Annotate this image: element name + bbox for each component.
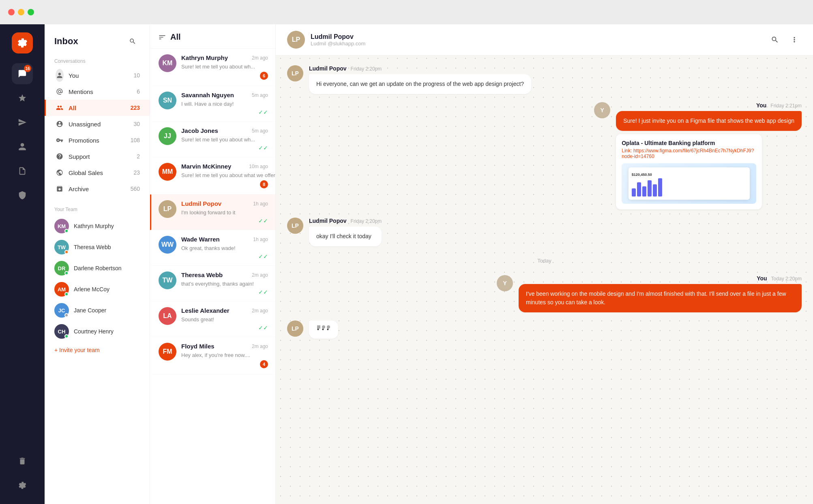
link-preview-title: Oplata - Ultimate Banking platform	[622, 140, 756, 146]
conversation-item[interactable]: MM Marvin McKinney 10m ago Sure! let me …	[150, 157, 275, 194]
traffic-light-yellow[interactable]	[18, 9, 24, 15]
conversation-item-active[interactable]: LP Ludmil Popov 1h ago I'm looking forwa…	[150, 194, 275, 230]
msg-content: Ludmil Popov Friday 2:20pm okay I'll che…	[309, 218, 382, 246]
conv-content: Marvin McKinney 10m ago Sure! let me tel…	[181, 163, 268, 188]
team-member-theresa[interactable]: TW Theresa Webb	[45, 237, 150, 258]
nav-item-documents[interactable]	[12, 160, 33, 182]
online-dot	[64, 250, 69, 254]
nav-item-settings[interactable]	[12, 475, 33, 496]
team-member-kathryn[interactable]: KM Kathryn Murphy	[45, 216, 150, 237]
conv-avatar: JJ	[159, 127, 176, 145]
conv-avatar: TW	[159, 271, 176, 289]
conv-content: Jacob Jones 5m ago Sure! let me tell you…	[181, 127, 268, 151]
globe-icon	[56, 169, 64, 177]
traffic-light-green[interactable]	[28, 9, 34, 15]
conv-preview: I'm looking forward to it	[181, 209, 235, 216]
conversation-item[interactable]: SN Savannah Nguyen 5m ago I will. Have a…	[150, 86, 275, 122]
conv-bottom: ✓✓	[181, 218, 268, 224]
msg-meta: You Today 2:20pm	[519, 275, 802, 282]
support-icon	[56, 152, 64, 160]
read-icon: ✓✓	[258, 109, 268, 115]
link-url[interactable]: https://www.figma.com/file/67jcRh4BnEc7h…	[622, 148, 754, 159]
msg-content: You Friday 2:21pm Sure! I just invite yo…	[616, 102, 802, 209]
conv-top: Kathryn Murphy 2m ago	[181, 54, 268, 61]
conv-content: Floyd Miles 2m ago Hey alex, if you're f…	[181, 343, 268, 368]
conversation-item[interactable]: TW Theresa Webb 2m ago that's everything…	[150, 266, 275, 301]
message-group-me: You Today 2:20pm I've been working on th…	[287, 275, 802, 312]
conversation-item[interactable]: JJ Jacob Jones 5m ago Sure! let me tell …	[150, 122, 275, 157]
conversation-item[interactable]: WW Wade Warren 1h ago Ok great, thanks w…	[150, 230, 275, 266]
sidebar-item-you[interactable]: You 10	[45, 67, 150, 83]
conv-name: Savannah Nguyen	[181, 92, 234, 98]
nav-item-alerts[interactable]	[12, 185, 33, 206]
conv-content: Theresa Webb 2m ago that's everything, t…	[181, 271, 268, 295]
conversation-item[interactable]: LA Leslie Alexander 2m ago Sounds great!…	[150, 301, 275, 337]
team-member-courtney[interactable]: CH Courtney Henry	[45, 321, 150, 342]
user-icon	[18, 142, 27, 151]
chat-more-button[interactable]	[787, 32, 802, 47]
team-member-name: Kathryn Murphy	[74, 223, 114, 229]
conv-avatar: WW	[159, 236, 176, 254]
msg-time: Friday 2:20pm	[351, 218, 382, 224]
conv-bottom: 8	[181, 180, 268, 188]
filter-icon[interactable]	[158, 33, 166, 41]
unread-badge: 4	[260, 360, 268, 368]
team-label: Your Team	[45, 203, 150, 216]
msg-bubble: Sure! I just invite you on a Figma file …	[616, 111, 802, 131]
nav-item-send[interactable]	[12, 112, 33, 133]
chat-header-info: Ludmil Popov Ludmil @slukhapp.com	[311, 33, 762, 47]
chat-search-button[interactable]	[768, 32, 782, 47]
titlebar	[0, 0, 813, 24]
nav-item-starred[interactable]	[12, 88, 33, 109]
conversation-item[interactable]: KM Kathryn Murphy 2m ago Sure! let me te…	[150, 49, 275, 86]
nav-item-trash[interactable]	[12, 451, 33, 472]
team-member-darlene[interactable]: DR Darlene Robertson	[45, 258, 150, 279]
conversation-item[interactable]: FM Floyd Miles 2m ago Hey alex, if you'r…	[150, 337, 275, 374]
inbox-panel: Inbox Conversations You 10 Mentions	[45, 24, 150, 504]
sidebar-item-mentions[interactable]: Mentions 6	[45, 83, 150, 100]
sidebar-item-count-support: 2	[137, 153, 140, 160]
link-label: Link:	[622, 148, 632, 154]
team-member-name: Courtney Henry	[74, 328, 114, 335]
message-group-me: You Friday 2:21pm Sure! I just invite yo…	[287, 102, 802, 209]
invite-team-link[interactable]: + Invite your team	[45, 342, 150, 358]
sidebar-item-all[interactable]: All 223	[45, 100, 150, 116]
message-group-typing: LP • • •	[287, 320, 802, 339]
msg-content: You Today 2:20pm I've been working on th…	[519, 275, 802, 312]
nav-logo[interactable]	[12, 32, 33, 53]
conv-bottom: ✓✓	[181, 109, 268, 115]
nav-item-messages[interactable]: 16	[12, 63, 33, 84]
team-member-jane[interactable]: JC Jane Cooper	[45, 300, 150, 321]
sidebar-item-archive[interactable]: Archive 560	[45, 181, 150, 197]
nav-item-contacts[interactable]	[12, 136, 33, 157]
invite-label: + Invite your team	[54, 347, 100, 353]
chart-bar	[658, 178, 662, 196]
chart-bar	[648, 180, 652, 196]
chat-header-actions	[768, 32, 802, 47]
conv-time: 2m ago	[252, 272, 268, 278]
sidebar-item-support[interactable]: Support 2	[45, 148, 150, 164]
sidebar-item-promotions[interactable]: Promotions 108	[45, 132, 150, 148]
msg-meta: You Friday 2:21pm	[616, 102, 802, 109]
team-member-arlene[interactable]: AM Arlene McCoy	[45, 279, 150, 300]
chart-bar	[653, 184, 657, 196]
group-icon	[56, 104, 64, 112]
conv-preview: Sure! let me tell you about wh...	[181, 64, 255, 70]
sidebar-item-unassigned[interactable]: Unassigned 30	[45, 116, 150, 132]
team-member-name: Darlene Robertson	[74, 265, 122, 271]
chat-header: LP Ludmil Popov Ludmil @slukhapp.com	[276, 24, 813, 56]
conv-time: 1h ago	[253, 201, 268, 207]
conv-name: Jacob Jones	[181, 127, 218, 134]
traffic-light-red[interactable]	[8, 9, 15, 15]
avatar-wrap: CH	[54, 324, 69, 339]
link-preview: Oplata - Ultimate Banking platform Link:…	[616, 134, 762, 209]
avatar-wrap: TW	[54, 240, 69, 254]
inbox-search-button[interactable]	[125, 34, 140, 49]
read-icon: ✓✓	[258, 289, 268, 295]
msg-bubble: I've been working on the mobile design a…	[519, 284, 802, 312]
sidebar-item-global-sales[interactable]: Global Sales 23	[45, 164, 150, 181]
msg-meta: Ludmil Popov Friday 2:20pm	[309, 218, 382, 224]
conv-top: Ludmil Popov 1h ago	[181, 200, 268, 207]
msg-bubble: okay I'll check it today	[309, 226, 382, 246]
sidebar-item-count-you: 10	[133, 72, 140, 79]
